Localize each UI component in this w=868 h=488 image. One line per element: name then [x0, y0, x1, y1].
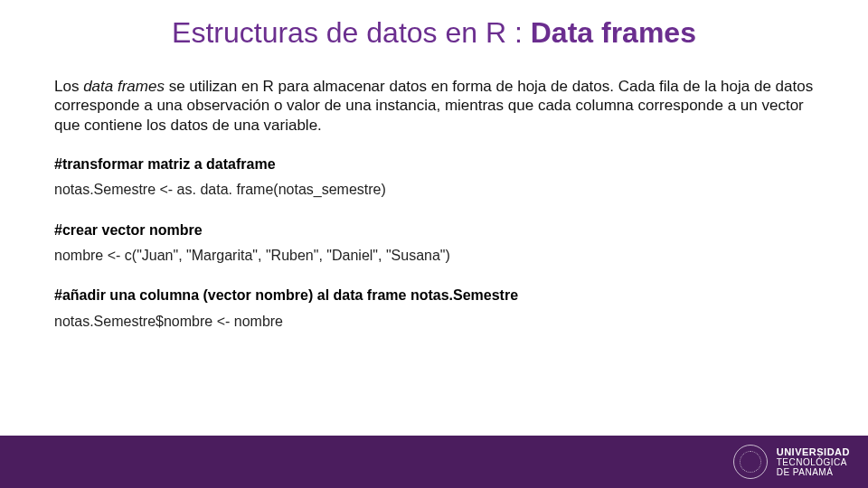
code-comment: #transformar matriz a dataframe [54, 155, 814, 174]
footer-bar: UNIVERSIDAD TECNOLÓGICA DE PANAMÁ [0, 436, 868, 488]
university-seal-icon [733, 445, 768, 479]
code-comment: #crear vector nombre [54, 221, 814, 240]
intro-lead-plain: Los [54, 78, 83, 95]
code-block-3: #añadir una columna (vector nombre) al d… [54, 286, 814, 332]
intro-lead-em: data frames [83, 78, 165, 95]
code-comment: #añadir una columna (vector nombre) al d… [54, 286, 814, 305]
university-name: UNIVERSIDAD TECNOLÓGICA DE PANAMÁ [777, 446, 850, 477]
code-block-1: #transformar matriz a dataframe notas.Se… [54, 155, 814, 201]
slide: Estructuras de datos en R : Data frames … [0, 0, 868, 488]
title-prefix: Estructuras de datos en R : [172, 16, 531, 49]
intro-rest: se utilizan en R para almacenar datos en… [54, 78, 813, 134]
university-line2: TECNOLÓGICA [777, 457, 850, 467]
university-line3: DE PANAMÁ [777, 467, 850, 477]
slide-body: Los data frames se utilizan en R para al… [54, 77, 814, 352]
code-block-2: #crear vector nombre nombre <- c("Juan",… [54, 221, 814, 267]
slide-title: Estructuras de datos en R : Data frames [0, 16, 868, 50]
university-line1: UNIVERSIDAD [777, 446, 850, 457]
code-line: nombre <- c("Juan", "Margarita", "Ruben"… [54, 246, 814, 266]
code-line: notas.Semestre$nombre <- nombre [54, 312, 814, 332]
code-line: notas.Semestre <- as. data. frame(notas_… [54, 180, 814, 200]
intro-paragraph: Los data frames se utilizan en R para al… [54, 77, 814, 135]
title-bold: Data frames [531, 16, 696, 49]
